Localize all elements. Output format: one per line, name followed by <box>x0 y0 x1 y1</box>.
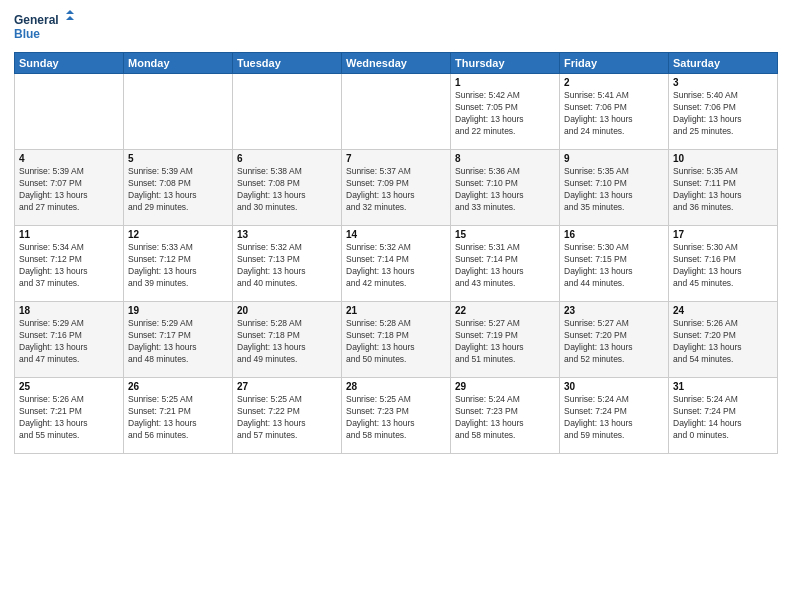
header: General Blue <box>14 10 778 46</box>
cell-0-5: 2Sunrise: 5:41 AM Sunset: 7:06 PM Daylig… <box>560 74 669 150</box>
calendar-table: SundayMondayTuesdayWednesdayThursdayFrid… <box>14 52 778 454</box>
cell-1-4: 8Sunrise: 5:36 AM Sunset: 7:10 PM Daylig… <box>451 150 560 226</box>
cell-0-6: 3Sunrise: 5:40 AM Sunset: 7:06 PM Daylig… <box>669 74 778 150</box>
day-number: 6 <box>237 153 337 164</box>
day-number: 31 <box>673 381 773 392</box>
cell-1-1: 5Sunrise: 5:39 AM Sunset: 7:08 PM Daylig… <box>124 150 233 226</box>
cell-content: Sunrise: 5:26 AM Sunset: 7:21 PM Dayligh… <box>19 394 119 442</box>
cell-content: Sunrise: 5:32 AM Sunset: 7:13 PM Dayligh… <box>237 242 337 290</box>
day-number: 12 <box>128 229 228 240</box>
svg-text:General: General <box>14 13 59 27</box>
day-number: 13 <box>237 229 337 240</box>
cell-content: Sunrise: 5:24 AM Sunset: 7:24 PM Dayligh… <box>564 394 664 442</box>
cell-4-0: 25Sunrise: 5:26 AM Sunset: 7:21 PM Dayli… <box>15 378 124 454</box>
day-number: 16 <box>564 229 664 240</box>
cell-4-1: 26Sunrise: 5:25 AM Sunset: 7:21 PM Dayli… <box>124 378 233 454</box>
cell-content: Sunrise: 5:24 AM Sunset: 7:23 PM Dayligh… <box>455 394 555 442</box>
cell-2-0: 11Sunrise: 5:34 AM Sunset: 7:12 PM Dayli… <box>15 226 124 302</box>
cell-4-2: 27Sunrise: 5:25 AM Sunset: 7:22 PM Dayli… <box>233 378 342 454</box>
header-friday: Friday <box>560 53 669 74</box>
day-number: 11 <box>19 229 119 240</box>
cell-content: Sunrise: 5:26 AM Sunset: 7:20 PM Dayligh… <box>673 318 773 366</box>
cell-0-3 <box>342 74 451 150</box>
cell-4-4: 29Sunrise: 5:24 AM Sunset: 7:23 PM Dayli… <box>451 378 560 454</box>
header-sunday: Sunday <box>15 53 124 74</box>
day-number: 28 <box>346 381 446 392</box>
cell-2-1: 12Sunrise: 5:33 AM Sunset: 7:12 PM Dayli… <box>124 226 233 302</box>
day-number: 29 <box>455 381 555 392</box>
day-number: 5 <box>128 153 228 164</box>
cell-3-4: 22Sunrise: 5:27 AM Sunset: 7:19 PM Dayli… <box>451 302 560 378</box>
cell-content: Sunrise: 5:39 AM Sunset: 7:08 PM Dayligh… <box>128 166 228 214</box>
cell-3-5: 23Sunrise: 5:27 AM Sunset: 7:20 PM Dayli… <box>560 302 669 378</box>
cell-content: Sunrise: 5:25 AM Sunset: 7:22 PM Dayligh… <box>237 394 337 442</box>
day-number: 9 <box>564 153 664 164</box>
cell-1-3: 7Sunrise: 5:37 AM Sunset: 7:09 PM Daylig… <box>342 150 451 226</box>
cell-1-5: 9Sunrise: 5:35 AM Sunset: 7:10 PM Daylig… <box>560 150 669 226</box>
svg-text:Blue: Blue <box>14 27 40 41</box>
cell-content: Sunrise: 5:38 AM Sunset: 7:08 PM Dayligh… <box>237 166 337 214</box>
day-number: 8 <box>455 153 555 164</box>
cell-content: Sunrise: 5:28 AM Sunset: 7:18 PM Dayligh… <box>237 318 337 366</box>
week-row-3: 11Sunrise: 5:34 AM Sunset: 7:12 PM Dayli… <box>15 226 778 302</box>
cell-0-1 <box>124 74 233 150</box>
cell-content: Sunrise: 5:31 AM Sunset: 7:14 PM Dayligh… <box>455 242 555 290</box>
cell-content: Sunrise: 5:29 AM Sunset: 7:17 PM Dayligh… <box>128 318 228 366</box>
cell-content: Sunrise: 5:30 AM Sunset: 7:16 PM Dayligh… <box>673 242 773 290</box>
day-number: 15 <box>455 229 555 240</box>
day-number: 20 <box>237 305 337 316</box>
header-tuesday: Tuesday <box>233 53 342 74</box>
cell-content: Sunrise: 5:41 AM Sunset: 7:06 PM Dayligh… <box>564 90 664 138</box>
svg-marker-2 <box>66 10 74 14</box>
day-number: 26 <box>128 381 228 392</box>
cell-content: Sunrise: 5:24 AM Sunset: 7:24 PM Dayligh… <box>673 394 773 442</box>
day-number: 2 <box>564 77 664 88</box>
day-number: 17 <box>673 229 773 240</box>
cell-3-3: 21Sunrise: 5:28 AM Sunset: 7:18 PM Dayli… <box>342 302 451 378</box>
cell-2-4: 15Sunrise: 5:31 AM Sunset: 7:14 PM Dayli… <box>451 226 560 302</box>
cell-0-4: 1Sunrise: 5:42 AM Sunset: 7:05 PM Daylig… <box>451 74 560 150</box>
cell-content: Sunrise: 5:40 AM Sunset: 7:06 PM Dayligh… <box>673 90 773 138</box>
cell-2-5: 16Sunrise: 5:30 AM Sunset: 7:15 PM Dayli… <box>560 226 669 302</box>
day-number: 21 <box>346 305 446 316</box>
day-number: 24 <box>673 305 773 316</box>
calendar-header: SundayMondayTuesdayWednesdayThursdayFrid… <box>15 53 778 74</box>
week-row-4: 18Sunrise: 5:29 AM Sunset: 7:16 PM Dayli… <box>15 302 778 378</box>
header-wednesday: Wednesday <box>342 53 451 74</box>
day-number: 18 <box>19 305 119 316</box>
cell-content: Sunrise: 5:27 AM Sunset: 7:20 PM Dayligh… <box>564 318 664 366</box>
cell-content: Sunrise: 5:39 AM Sunset: 7:07 PM Dayligh… <box>19 166 119 214</box>
cell-1-6: 10Sunrise: 5:35 AM Sunset: 7:11 PM Dayli… <box>669 150 778 226</box>
cell-content: Sunrise: 5:25 AM Sunset: 7:23 PM Dayligh… <box>346 394 446 442</box>
cell-3-6: 24Sunrise: 5:26 AM Sunset: 7:20 PM Dayli… <box>669 302 778 378</box>
cell-2-2: 13Sunrise: 5:32 AM Sunset: 7:13 PM Dayli… <box>233 226 342 302</box>
cell-content: Sunrise: 5:37 AM Sunset: 7:09 PM Dayligh… <box>346 166 446 214</box>
cell-content: Sunrise: 5:34 AM Sunset: 7:12 PM Dayligh… <box>19 242 119 290</box>
cell-2-3: 14Sunrise: 5:32 AM Sunset: 7:14 PM Dayli… <box>342 226 451 302</box>
cell-1-0: 4Sunrise: 5:39 AM Sunset: 7:07 PM Daylig… <box>15 150 124 226</box>
day-number: 3 <box>673 77 773 88</box>
header-row: SundayMondayTuesdayWednesdayThursdayFrid… <box>15 53 778 74</box>
cell-3-1: 19Sunrise: 5:29 AM Sunset: 7:17 PM Dayli… <box>124 302 233 378</box>
header-saturday: Saturday <box>669 53 778 74</box>
day-number: 19 <box>128 305 228 316</box>
day-number: 22 <box>455 305 555 316</box>
logo-svg: General Blue <box>14 10 74 46</box>
cell-content: Sunrise: 5:32 AM Sunset: 7:14 PM Dayligh… <box>346 242 446 290</box>
svg-marker-3 <box>66 16 74 20</box>
cell-3-2: 20Sunrise: 5:28 AM Sunset: 7:18 PM Dayli… <box>233 302 342 378</box>
day-number: 27 <box>237 381 337 392</box>
week-row-1: 1Sunrise: 5:42 AM Sunset: 7:05 PM Daylig… <box>15 74 778 150</box>
cell-content: Sunrise: 5:35 AM Sunset: 7:11 PM Dayligh… <box>673 166 773 214</box>
cell-content: Sunrise: 5:28 AM Sunset: 7:18 PM Dayligh… <box>346 318 446 366</box>
cell-4-3: 28Sunrise: 5:25 AM Sunset: 7:23 PM Dayli… <box>342 378 451 454</box>
cell-2-6: 17Sunrise: 5:30 AM Sunset: 7:16 PM Dayli… <box>669 226 778 302</box>
day-number: 25 <box>19 381 119 392</box>
header-thursday: Thursday <box>451 53 560 74</box>
cell-content: Sunrise: 5:35 AM Sunset: 7:10 PM Dayligh… <box>564 166 664 214</box>
cell-content: Sunrise: 5:27 AM Sunset: 7:19 PM Dayligh… <box>455 318 555 366</box>
cell-content: Sunrise: 5:29 AM Sunset: 7:16 PM Dayligh… <box>19 318 119 366</box>
day-number: 30 <box>564 381 664 392</box>
cell-4-6: 31Sunrise: 5:24 AM Sunset: 7:24 PM Dayli… <box>669 378 778 454</box>
page: General Blue SundayMondayTuesdayWednesda… <box>0 0 792 612</box>
